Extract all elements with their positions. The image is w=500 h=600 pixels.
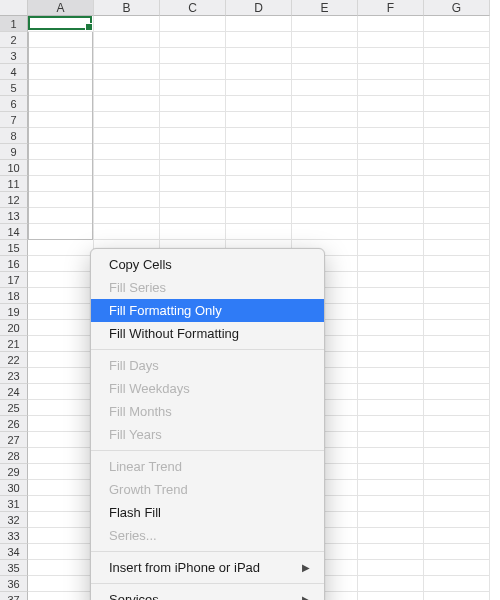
cell-e13[interactable] — [292, 208, 358, 224]
cell-f17[interactable] — [358, 272, 424, 288]
cell-f21[interactable] — [358, 336, 424, 352]
cell-a15[interactable] — [28, 240, 94, 256]
cell-f4[interactable] — [358, 64, 424, 80]
cell-c7[interactable] — [160, 112, 226, 128]
row-header-26[interactable]: 26 — [0, 416, 28, 432]
cell-f24[interactable] — [358, 384, 424, 400]
cell-g20[interactable] — [424, 320, 490, 336]
column-header-c[interactable]: C — [160, 0, 226, 16]
cell-a20[interactable] — [28, 320, 94, 336]
cell-a28[interactable] — [28, 448, 94, 464]
row-header-3[interactable]: 3 — [0, 48, 28, 64]
cell-g21[interactable] — [424, 336, 490, 352]
cell-e1[interactable] — [292, 16, 358, 32]
row-header-19[interactable]: 19 — [0, 304, 28, 320]
cell-b8[interactable] — [94, 128, 160, 144]
cell-b4[interactable] — [94, 64, 160, 80]
row-header-18[interactable]: 18 — [0, 288, 28, 304]
cell-e10[interactable] — [292, 160, 358, 176]
cell-f10[interactable] — [358, 160, 424, 176]
cell-g31[interactable] — [424, 496, 490, 512]
cell-f32[interactable] — [358, 512, 424, 528]
cell-f6[interactable] — [358, 96, 424, 112]
cell-f34[interactable] — [358, 544, 424, 560]
row-header-23[interactable]: 23 — [0, 368, 28, 384]
menu-item-flash-fill[interactable]: Flash Fill — [91, 501, 324, 524]
row-header-27[interactable]: 27 — [0, 432, 28, 448]
cell-f13[interactable] — [358, 208, 424, 224]
row-header-6[interactable]: 6 — [0, 96, 28, 112]
cell-c9[interactable] — [160, 144, 226, 160]
cell-f12[interactable] — [358, 192, 424, 208]
row-header-32[interactable]: 32 — [0, 512, 28, 528]
cell-a8[interactable] — [28, 128, 94, 144]
cell-g37[interactable] — [424, 592, 490, 600]
cell-f28[interactable] — [358, 448, 424, 464]
row-header-5[interactable]: 5 — [0, 80, 28, 96]
row-header-12[interactable]: 12 — [0, 192, 28, 208]
cell-b7[interactable] — [94, 112, 160, 128]
cell-f29[interactable] — [358, 464, 424, 480]
cell-e2[interactable] — [292, 32, 358, 48]
row-header-31[interactable]: 31 — [0, 496, 28, 512]
cell-f30[interactable] — [358, 480, 424, 496]
cell-c6[interactable] — [160, 96, 226, 112]
cell-a21[interactable] — [28, 336, 94, 352]
cell-e3[interactable] — [292, 48, 358, 64]
row-header-33[interactable]: 33 — [0, 528, 28, 544]
row-header-35[interactable]: 35 — [0, 560, 28, 576]
row-header-1[interactable]: 1 — [0, 16, 28, 32]
cell-g24[interactable] — [424, 384, 490, 400]
menu-item-copy-cells[interactable]: Copy Cells — [91, 253, 324, 276]
cell-a7[interactable] — [28, 112, 94, 128]
cell-a5[interactable] — [28, 80, 94, 96]
cell-e12[interactable] — [292, 192, 358, 208]
row-header-7[interactable]: 7 — [0, 112, 28, 128]
cell-f5[interactable] — [358, 80, 424, 96]
cell-g4[interactable] — [424, 64, 490, 80]
row-header-13[interactable]: 13 — [0, 208, 28, 224]
cell-f1[interactable] — [358, 16, 424, 32]
row-header-11[interactable]: 11 — [0, 176, 28, 192]
row-header-36[interactable]: 36 — [0, 576, 28, 592]
cell-c3[interactable] — [160, 48, 226, 64]
column-header-a[interactable]: A — [28, 0, 94, 16]
cell-a19[interactable] — [28, 304, 94, 320]
cell-a26[interactable] — [28, 416, 94, 432]
cell-g17[interactable] — [424, 272, 490, 288]
cell-f25[interactable] — [358, 400, 424, 416]
cell-f18[interactable] — [358, 288, 424, 304]
cell-g27[interactable] — [424, 432, 490, 448]
cell-g5[interactable] — [424, 80, 490, 96]
cell-f19[interactable] — [358, 304, 424, 320]
cell-g11[interactable] — [424, 176, 490, 192]
autofill-context-menu[interactable]: Copy CellsFill SeriesFill Formatting Onl… — [90, 248, 325, 600]
cell-b5[interactable] — [94, 80, 160, 96]
cell-f20[interactable] — [358, 320, 424, 336]
cell-e7[interactable] — [292, 112, 358, 128]
row-header-25[interactable]: 25 — [0, 400, 28, 416]
cell-a11[interactable] — [28, 176, 94, 192]
cell-d13[interactable] — [226, 208, 292, 224]
cell-a17[interactable] — [28, 272, 94, 288]
cell-g9[interactable] — [424, 144, 490, 160]
cell-a27[interactable] — [28, 432, 94, 448]
cell-f35[interactable] — [358, 560, 424, 576]
cell-g23[interactable] — [424, 368, 490, 384]
cell-g36[interactable] — [424, 576, 490, 592]
cell-g30[interactable] — [424, 480, 490, 496]
cell-a18[interactable] — [28, 288, 94, 304]
cell-g16[interactable] — [424, 256, 490, 272]
cell-f23[interactable] — [358, 368, 424, 384]
cell-g3[interactable] — [424, 48, 490, 64]
cell-d5[interactable] — [226, 80, 292, 96]
cell-b14[interactable] — [94, 224, 160, 240]
cell-c11[interactable] — [160, 176, 226, 192]
cell-g29[interactable] — [424, 464, 490, 480]
cell-a30[interactable] — [28, 480, 94, 496]
row-header-24[interactable]: 24 — [0, 384, 28, 400]
cell-b13[interactable] — [94, 208, 160, 224]
cell-g35[interactable] — [424, 560, 490, 576]
cell-c12[interactable] — [160, 192, 226, 208]
cell-a32[interactable] — [28, 512, 94, 528]
